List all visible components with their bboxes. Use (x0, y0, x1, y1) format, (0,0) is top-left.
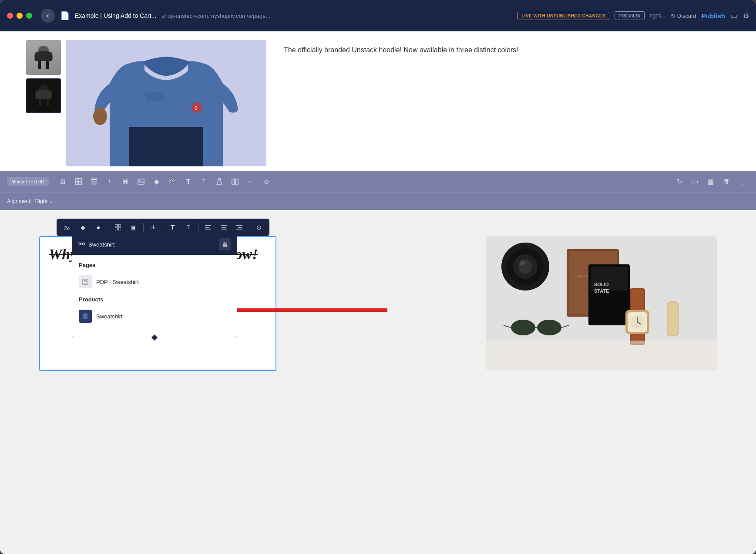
svg-rect-27 (115, 228, 118, 230)
toolbar-text2-icon[interactable]: T (197, 175, 211, 189)
te-align-left-btn[interactable] (202, 221, 214, 233)
toolbar-h-icon[interactable]: H (118, 175, 132, 189)
svg-rect-12 (79, 179, 81, 181)
toolbar-target-icon[interactable]: ⊙ (259, 175, 273, 189)
link-popup-header: Sweatshirt 🗑 (72, 234, 237, 255)
page-title: Example | Using Add to Cart... (75, 12, 156, 19)
te-circle-btn[interactable]: ● (92, 221, 104, 233)
svg-rect-26 (118, 224, 121, 227)
product-item-sweatshirt[interactable]: Sweatshirt (79, 307, 230, 325)
toolbar-select-icon[interactable] (71, 175, 85, 189)
svg-point-9 (93, 108, 107, 125)
publish-button[interactable]: Publish (702, 12, 725, 20)
minimize-btn[interactable] (17, 13, 23, 19)
back-button[interactable]: ‹ (41, 9, 55, 23)
main-content: C The officially branded Unstack hoodie! (0, 31, 756, 554)
toolbar-hide-icon[interactable]: ▦ (704, 175, 718, 189)
alignment-bar: Alignment: Right ⌄ (0, 193, 756, 210)
svg-rect-21 (232, 179, 235, 184)
product-desc-text: The officially branded Unstack hoodie! N… (284, 44, 730, 56)
toolbar-image-icon[interactable] (134, 175, 148, 189)
page-preview: C The officially branded Unstack hoodie! (0, 31, 756, 171)
te-divider1 (108, 223, 108, 232)
copy-button[interactable]: ▭ (730, 11, 738, 20)
toolbar-collapse-icon[interactable]: ⌃ ⌄ (735, 175, 749, 189)
toolbar-undo-icon[interactable]: ↻ (672, 175, 686, 189)
toolbar-duplicate-icon[interactable]: ▭ (688, 175, 702, 189)
te-divider3 (163, 223, 163, 232)
svg-rect-23 (64, 225, 70, 230)
window-controls (7, 13, 32, 19)
te-align-center-btn[interactable] (218, 221, 230, 233)
toolbar-shape-icon[interactable]: ◆ (150, 175, 164, 189)
product-svg: C (66, 40, 266, 166)
svg-rect-17 (91, 183, 97, 185)
url-bar: shop-unstack-com.myshopify.com/a/page... (161, 13, 512, 19)
toolbar-delete-icon[interactable]: 🗑 (719, 175, 733, 189)
discard-button[interactable]: ↻ Discard (671, 13, 696, 19)
te-divider4 (198, 223, 198, 232)
te-text1-btn[interactable]: T (167, 221, 179, 233)
te-grid-btn[interactable]: ▣ (128, 221, 140, 233)
thumbnail-top-img (30, 46, 57, 70)
thumbnail-bottom-img (32, 85, 56, 107)
main-product-image: C (66, 40, 266, 166)
te-add-btn[interactable]: + (147, 221, 159, 233)
section-label[interactable]: Media / Text 3D (7, 177, 49, 186)
close-btn[interactable] (7, 13, 13, 19)
preview-badge[interactable]: PREVIEW (615, 11, 645, 20)
settings-button[interactable]: ⚙ (743, 12, 749, 20)
toolbar-add-icon[interactable]: + (103, 175, 117, 189)
svg-point-60 (537, 320, 561, 335)
product-item-label: Sweatshirt (96, 313, 123, 320)
te-image-btn[interactable] (61, 221, 73, 233)
svg-rect-39 (82, 243, 85, 245)
toolbar-right: ↻ ▭ ▦ 🗑 ⌃ ⌄ (672, 175, 749, 189)
page-item-label: PDP | Sweatshirt (96, 279, 139, 285)
right-product-image: UNSTACK SOLID STATE (486, 236, 717, 371)
link-chain-icon (78, 241, 85, 248)
thumbnail-bottom[interactable] (26, 78, 61, 113)
svg-text:STATE: STATE (594, 288, 609, 294)
svg-rect-10 (129, 127, 203, 166)
svg-rect-18 (138, 179, 144, 184)
toolbar-flag-icon[interactable]: 🏁 (165, 175, 179, 189)
toolbar-main: Media / Text 3D ⊞ (0, 171, 756, 193)
te-divider5 (249, 223, 249, 232)
toolbar-expand-icon[interactable]: ↔ (244, 175, 258, 189)
toolbar-section: Media / Text 3D ⊞ (0, 171, 756, 210)
link-popup: Sweatshirt 🗑 Pages (72, 234, 237, 338)
editor-area: ◆ ● ▣ + T T (0, 210, 756, 554)
page-item-icon (79, 275, 92, 288)
toolbar-layout-icon[interactable] (87, 175, 101, 189)
arrow-annotation (218, 297, 392, 323)
accessories-svg: UNSTACK SOLID STATE (486, 236, 717, 371)
link-dropdown: Pages PDP | Sweatshirt (72, 255, 237, 338)
product-item-icon (79, 310, 92, 323)
product-images: C (26, 40, 266, 162)
te-text2-btn[interactable]: T (182, 221, 195, 233)
maximize-btn[interactable] (26, 13, 32, 19)
page-item-sweatshirt[interactable]: PDP | Sweatshirt (79, 273, 230, 291)
link-delete-button[interactable]: 🗑 (219, 238, 231, 250)
te-align-right-btn[interactable] (233, 221, 245, 233)
te-select-btn[interactable] (112, 221, 124, 233)
te-target-btn[interactable]: ⊙ (253, 221, 265, 233)
toolbar-text1-icon[interactable]: T (181, 175, 195, 189)
svg-rect-2 (46, 61, 49, 69)
svg-rect-11 (75, 179, 78, 181)
titlebar: ‹ 📄 Example | Using Add to Cart... shop-… (0, 0, 756, 31)
toolbar-grid-icon[interactable]: ⊞ (56, 175, 70, 189)
thumbnail-top[interactable] (26, 40, 61, 75)
products-title: Products (79, 296, 230, 303)
te-shape-btn[interactable]: ◆ (77, 221, 89, 233)
pages-title: Pages (79, 262, 230, 268)
svg-text:C: C (195, 106, 198, 111)
product-description: The officially branded Unstack hoodie! N… (284, 40, 730, 162)
svg-rect-14 (79, 182, 81, 185)
toolbar-split-icon[interactable] (228, 175, 242, 189)
svg-rect-25 (115, 224, 118, 227)
svg-rect-16 (91, 181, 97, 182)
alignment-select[interactable]: Right ⌄ (35, 198, 54, 204)
toolbar-flask-icon[interactable] (212, 175, 226, 189)
